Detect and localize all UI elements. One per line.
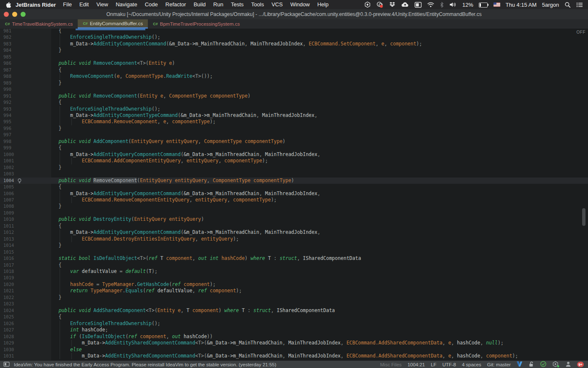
code-line[interactable]: 997 (0, 132, 588, 138)
editor-tab-EntityCommandBuffer.cs[interactable]: C#EntityCommandBuffer.cs (78, 19, 148, 29)
line-number[interactable]: 1018 (3, 268, 14, 275)
unity-status-icon[interactable] (552, 361, 559, 368)
line-number[interactable]: 993 (3, 106, 11, 112)
code-line[interactable]: 1026 EnforceSingleThreadOwnership(); (0, 320, 588, 327)
fast-user-switching-label[interactable]: 5argon (542, 2, 559, 8)
menu-item-tools[interactable]: Tools (247, 0, 268, 9)
line-number[interactable]: 1013 (3, 236, 14, 242)
volume-icon[interactable] (449, 2, 457, 8)
line-number[interactable]: 1019 (3, 275, 14, 281)
code-line[interactable]: 982 EnforceSingleThreadOwnership(); (0, 34, 588, 40)
apple-logo-icon[interactable] (6, 2, 11, 8)
code-line[interactable]: 1002 } (0, 164, 588, 171)
line-number[interactable]: 984 (3, 47, 11, 53)
line-number[interactable]: 1011 (3, 223, 14, 229)
us-flag-input-source-icon[interactable] (494, 3, 500, 7)
editor-tab-BpmTimeTravelProcessingSystem.cs[interactable]: C#BpmTimeTravelProcessingSystem.cs (148, 19, 245, 29)
dropbox-icon[interactable] (389, 1, 396, 8)
git-branch-widget[interactable]: Git: master (487, 362, 511, 367)
line-number[interactable]: 1020 (3, 281, 14, 288)
code-line[interactable]: 996 } (0, 125, 588, 132)
code-line[interactable]: 985 (0, 54, 588, 60)
menu-item-file[interactable]: File (59, 0, 76, 9)
code-line[interactable]: 1003 (0, 171, 588, 177)
user-profile-icon[interactable] (565, 361, 571, 368)
code-line[interactable]: 1000 m_Data->AddEntityQueryComponentComm… (0, 151, 588, 158)
code-line[interactable]: 1025 { (0, 314, 588, 320)
code-line[interactable]: 1004 public void RemoveComponent(EntityQ… (0, 177, 588, 184)
line-number[interactable]: 1025 (3, 314, 14, 320)
line-number[interactable]: 1005 (3, 184, 14, 190)
code-line[interactable]: 1009 (0, 210, 588, 216)
code-line[interactable]: 1019 (0, 275, 588, 281)
line-number[interactable]: 995 (3, 119, 11, 125)
line-number[interactable]: 1029 (3, 340, 14, 346)
code-line[interactable]: 1031 m_Data->AddEntitySharedComponentCom… (0, 353, 588, 359)
menu-item-navigate[interactable]: Navigate (112, 0, 141, 9)
code-line[interactable]: 995 ECBCommand.RemoveComponent, e, compo… (0, 119, 588, 125)
code-line[interactable]: 983 m_Data->AddEntityComponentCommand(&m… (0, 41, 588, 47)
window-manager-icon[interactable] (415, 2, 422, 8)
line-number[interactable]: 1031 (3, 353, 14, 359)
line-number[interactable]: 1010 (3, 216, 14, 222)
line-number[interactable]: 990 (3, 86, 11, 93)
line-number[interactable]: 1014 (3, 242, 14, 249)
line-number[interactable]: 1003 (3, 171, 14, 177)
notifications-badge[interactable]: 9+ (577, 362, 584, 367)
code-line[interactable]: 998 public void AddComponent(EntityQuery… (0, 138, 588, 145)
line-number[interactable]: 982 (3, 34, 11, 40)
menu-item-refactor[interactable]: Refactor (162, 0, 190, 9)
code-line[interactable]: 1018 var defaultValue = default(T); (0, 268, 588, 275)
menu-item-build[interactable]: Build (190, 0, 210, 9)
code-line[interactable]: 1022 } (0, 294, 588, 301)
code-line[interactable]: 1029 m_Data->AddEntitySharedComponentCom… (0, 340, 588, 346)
code-line[interactable]: 992 { (0, 99, 588, 106)
encoding-widget[interactable]: UTF-8 (442, 362, 456, 367)
code-line[interactable]: 1005 { (0, 184, 588, 190)
line-number[interactable]: 1023 (3, 301, 14, 307)
wifi-icon[interactable] (427, 2, 434, 8)
code-line[interactable]: 1011 { (0, 223, 588, 229)
menu-item-run[interactable]: Run (210, 0, 227, 9)
line-number[interactable]: 1006 (3, 191, 14, 197)
line-number[interactable]: 1001 (3, 158, 14, 164)
code-line[interactable]: 1001 ECBCommand.AddComponentEntityQuery,… (0, 158, 588, 164)
inspections-ok-icon[interactable] (540, 361, 546, 368)
code-line[interactable]: 1013 ECBCommand.DestroyEntitiesInEntityQ… (0, 236, 588, 242)
indent-widget[interactable]: 4 spaces (462, 362, 481, 367)
vim-mode-indicator[interactable]: OFF (577, 30, 586, 34)
lock-icon[interactable] (528, 361, 534, 368)
line-number[interactable]: 1012 (3, 229, 14, 236)
line-number[interactable]: 1008 (3, 203, 14, 209)
code-line[interactable]: 988 RemoveComponent(e, ComponentType.Rea… (0, 73, 588, 79)
code-line[interactable]: 1016 static bool IsDefaultObject<T>(ref … (0, 255, 588, 262)
code-line[interactable]: 987 { (0, 67, 588, 73)
line-number[interactable]: 983 (3, 41, 11, 47)
code-line[interactable]: 1014 } (0, 242, 588, 249)
line-ending-widget[interactable]: LF (431, 362, 436, 367)
toggle-tool-window-icon[interactable] (3, 362, 10, 368)
code-line[interactable]: 1006 m_Data->AddEntityQueryComponentComm… (0, 191, 588, 197)
code-editor[interactable]: 981 {982 EnforceSingleThreadOwnership();… (0, 29, 588, 360)
line-number[interactable]: 981 (3, 29, 11, 34)
vertical-scrollbar-thumb[interactable] (582, 208, 585, 226)
code-line[interactable]: 984 } (0, 47, 588, 53)
menu-item-vcs[interactable]: VCS (268, 0, 286, 9)
code-line[interactable]: 1017 { (0, 262, 588, 268)
line-number[interactable]: 1007 (3, 197, 14, 203)
line-number[interactable]: 1004 (3, 177, 14, 184)
line-number[interactable]: 1027 (3, 327, 14, 333)
ideavim-icon[interactable] (517, 361, 522, 368)
code-line[interactable]: 990 (0, 86, 588, 93)
code-line[interactable]: 1012 m_Data->AddEntityQueryComponentComm… (0, 229, 588, 236)
code-line[interactable]: 993 EnforceSingleThreadOwnership(); (0, 106, 588, 112)
notification-center-icon[interactable] (576, 2, 583, 8)
line-number[interactable]: 994 (3, 112, 11, 119)
code-line[interactable]: 994 m_Data->AddEntityComponentTypeComman… (0, 112, 588, 119)
spotlight-search-icon[interactable] (564, 2, 571, 8)
line-number[interactable]: 1024 (3, 307, 14, 314)
code-line[interactable]: 1020 hashCode = TypeManager.GetHashCode(… (0, 281, 588, 288)
code-line[interactable]: 1021 return TypeManager.Equals(ref defau… (0, 288, 588, 294)
menu-item-window[interactable]: Window (286, 0, 313, 9)
line-number[interactable]: 1002 (3, 164, 14, 171)
